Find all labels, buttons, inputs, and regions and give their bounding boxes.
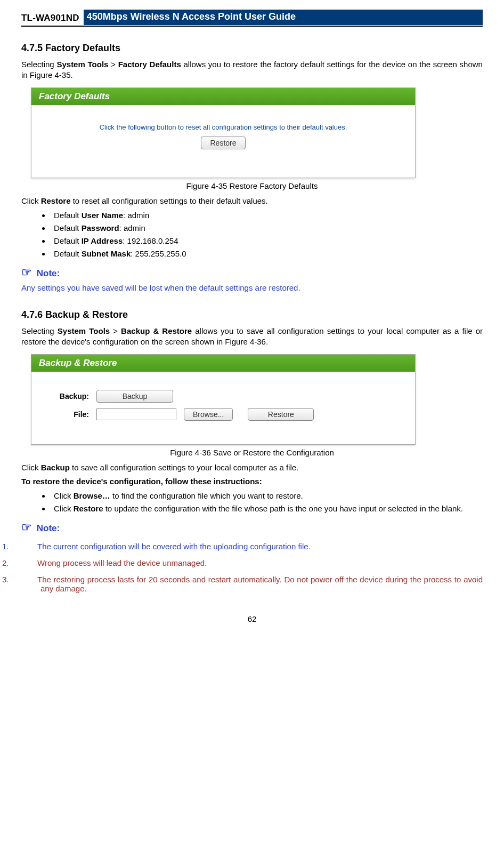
file-path-input[interactable] (96, 409, 176, 420)
note-item-1: 1.The current configuration will be cove… (21, 542, 483, 551)
pointing-hand-icon: ☞ (21, 266, 32, 279)
step-browse: Click Browse… to find the configuration … (51, 491, 483, 500)
figure-title-bar: Factory Defaults (31, 88, 415, 106)
file-label: File: (43, 406, 92, 423)
note-item-2: 2.Wrong process will lead the device unm… (21, 558, 483, 567)
restore-steps: Click Browse… to find the configuration … (51, 491, 483, 513)
section-heading-factory-defaults: 4.7.5 Factory Defaults (21, 43, 483, 54)
figure-caption-4-35: Figure 4-35 Restore Factory Defaults (21, 181, 483, 190)
click-restore-line: Click Restore to reset all configuration… (21, 196, 483, 206)
default-password: Default Password: admin (51, 223, 483, 233)
defaults-list: Default User Name: admin Default Passwor… (51, 211, 483, 258)
intro-factory-defaults: Selecting System Tools > Factory Default… (21, 59, 483, 81)
figure-title-bar: Backup & Restore (31, 355, 415, 373)
default-subnet: Default Subnet Mask: 255.255.255.0 (51, 249, 483, 258)
section-heading-backup-restore: 4.7.6 Backup & Restore (21, 309, 483, 321)
default-ip: Default IP Address: 192.168.0.254 (51, 236, 483, 245)
backup-button[interactable]: Backup (96, 390, 173, 403)
backup-label: Backup: (43, 388, 92, 405)
step-restore: Click Restore to update the configuratio… (51, 504, 483, 513)
note-item-3: 3.The restoring process lasts for 20 sec… (21, 575, 483, 593)
note-heading: ☞ Note: (21, 266, 483, 279)
figure-backup-restore: Backup & Restore Backup: Backup File: Br… (31, 354, 416, 445)
note-heading: ☞ Note: (21, 520, 483, 534)
default-username: Default User Name: admin (51, 211, 483, 220)
browse-button[interactable]: Browse... (184, 408, 233, 421)
intro-backup-restore: Selecting System Tools > Backup & Restor… (21, 326, 483, 348)
model-number: TL-WA901ND (21, 13, 84, 25)
guide-title: 450Mbps Wireless N Access Point User Gui… (84, 10, 483, 25)
restore-instructions-heading: To restore the device's configuration, f… (21, 476, 483, 487)
note-text-factory: Any settings you have saved will be lost… (21, 283, 483, 293)
figure-factory-defaults: Factory Defaults Click the following but… (31, 87, 416, 178)
restore-file-button[interactable]: Restore (248, 408, 314, 421)
page-header: TL-WA901ND 450Mbps Wireless N Access Poi… (21, 10, 483, 25)
figure-caption-4-36: Figure 4-36 Save or Restore the Configur… (21, 448, 483, 457)
restore-button[interactable]: Restore (201, 137, 245, 149)
click-backup-line: Click Backup to save all configuration s… (21, 462, 483, 473)
page-number: 62 (21, 614, 483, 623)
figure-instruction-text: Click the following button to reset all … (42, 123, 404, 131)
pointing-hand-icon: ☞ (21, 520, 32, 534)
